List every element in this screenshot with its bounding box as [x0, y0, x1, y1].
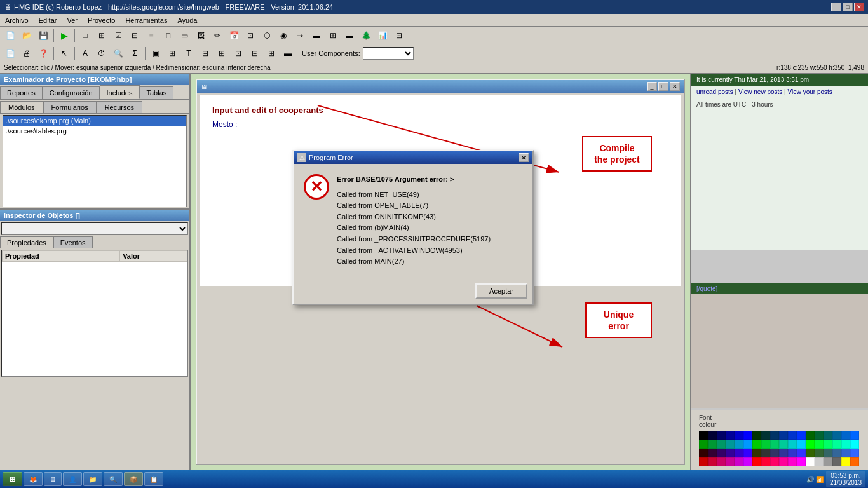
color-cell[interactable]	[779, 440, 788, 449]
color-cell[interactable]	[752, 458, 761, 466]
slider-widget[interactable]: ⊸	[292, 29, 308, 43]
statusbar-widget[interactable]: ▬	[342, 29, 357, 43]
color-cell[interactable]	[832, 449, 841, 458]
color-cell[interactable]	[761, 440, 770, 449]
file-item-tables[interactable]: .\sources\tables.prg	[3, 126, 186, 136]
label-widget[interactable]: A	[78, 46, 93, 60]
color-cell[interactable]	[699, 449, 708, 458]
color-cell[interactable]	[708, 449, 717, 458]
close-button[interactable]: ✕	[854, 3, 864, 11]
extra6-button[interactable]: ▬	[280, 46, 295, 60]
color-cell[interactable]	[815, 431, 824, 440]
color-cell[interactable]	[743, 458, 752, 466]
color-cell[interactable]	[824, 458, 832, 466]
extra1-widget[interactable]: ⊟	[391, 29, 407, 43]
color-cell[interactable]	[832, 440, 841, 449]
color-cell[interactable]	[850, 449, 859, 458]
color-cell[interactable]	[806, 431, 815, 440]
progressbar-widget[interactable]: ▬	[309, 29, 324, 43]
color-cell[interactable]	[761, 458, 770, 466]
color-cell[interactable]	[841, 458, 850, 466]
tree-widget[interactable]: 🌲	[358, 29, 374, 43]
grid-widget[interactable]: ⊟	[127, 29, 142, 43]
menu-proyecto[interactable]: Proyecto	[83, 15, 120, 25]
color-cell[interactable]	[850, 440, 859, 449]
color-cell[interactable]	[815, 440, 824, 449]
run-button[interactable]: ▶	[57, 29, 72, 43]
color-cell[interactable]	[708, 458, 717, 466]
minimize-button[interactable]: _	[831, 3, 841, 11]
align-button[interactable]: ⊞	[165, 46, 180, 60]
color-cell[interactable]	[824, 449, 832, 458]
color-cell[interactable]	[726, 458, 735, 466]
extra2-button[interactable]: ⊞	[214, 46, 229, 60]
designer-minimize[interactable]: _	[647, 82, 657, 91]
color-cell[interactable]	[708, 431, 717, 440]
color-cell[interactable]	[788, 458, 797, 466]
edit-widget[interactable]: ✏	[210, 29, 225, 43]
aceptar-button[interactable]: Aceptar	[475, 283, 527, 299]
color-cell[interactable]	[726, 449, 735, 458]
checkbox-widget[interactable]: ☑	[111, 29, 126, 43]
color-cell[interactable]	[743, 449, 752, 458]
file-list[interactable]: .\sources\ekomp.prg (Main) .\sources\tab…	[3, 115, 187, 207]
tab-formularios[interactable]: Formularios	[43, 101, 97, 113]
color-cell[interactable]	[815, 458, 824, 466]
menu-editar[interactable]: Editar	[34, 15, 62, 25]
color-cell[interactable]	[797, 449, 806, 458]
dialog-close-button[interactable]: ✕	[519, 153, 529, 162]
button-widget[interactable]: ⊞	[94, 29, 109, 43]
menu-ayuda[interactable]: Ayuda	[172, 15, 202, 25]
color-cell[interactable]	[788, 449, 797, 458]
color-cell[interactable]	[743, 431, 752, 440]
color-cell[interactable]	[841, 440, 850, 449]
magnify-button[interactable]: 🔍	[111, 46, 126, 60]
color-cell[interactable]	[806, 449, 815, 458]
color-cell[interactable]	[735, 440, 743, 449]
color-cell[interactable]	[850, 458, 859, 466]
color-cell[interactable]	[726, 431, 735, 440]
taskbar-search[interactable]: 🔍	[104, 472, 123, 486]
date-widget[interactable]: 📅	[226, 29, 241, 43]
taskbar-folder[interactable]: 📁	[83, 472, 102, 486]
tab-modulos[interactable]: Módulos	[0, 101, 43, 113]
color-cell[interactable]	[761, 449, 770, 458]
taskbar-firefox[interactable]: 🦊	[24, 472, 43, 486]
view-your-posts-link[interactable]: View your posts	[787, 88, 832, 95]
spinner-widget[interactable]: ⬡	[259, 29, 275, 43]
color-cell[interactable]	[770, 449, 779, 458]
color-cell[interactable]	[717, 458, 726, 466]
pointer-button[interactable]: ↖	[57, 46, 72, 60]
menu-ver[interactable]: Ver	[62, 15, 83, 25]
new-button[interactable]: 📄	[3, 29, 18, 43]
color-cell[interactable]	[770, 458, 779, 466]
extra4-button[interactable]: ⊟	[247, 46, 262, 60]
tab-widget[interactable]: ⊓	[160, 29, 175, 43]
color-cell[interactable]	[699, 458, 708, 466]
color-cell[interactable]	[779, 458, 788, 466]
unread-posts-link[interactable]: unread posts	[696, 88, 733, 95]
color-cell[interactable]	[752, 449, 761, 458]
color-cell[interactable]	[708, 440, 717, 449]
color-cell[interactable]	[735, 449, 743, 458]
color-cell[interactable]	[726, 440, 735, 449]
new2-button[interactable]: 📄	[3, 46, 18, 60]
color-cell[interactable]	[735, 458, 743, 466]
file-item-main[interactable]: .\sources\ekomp.prg (Main)	[3, 116, 186, 126]
print-button[interactable]: 🖨	[19, 46, 34, 60]
extra3-button[interactable]: ⊡	[231, 46, 246, 60]
color-cell[interactable]	[743, 440, 752, 449]
taskbar-hmg[interactable]: 🖥	[44, 472, 62, 486]
color-cell[interactable]	[788, 440, 797, 449]
start-button[interactable]: ⊞	[3, 472, 22, 486]
color-cell[interactable]	[770, 440, 779, 449]
tab-includes[interactable]: Includes	[100, 85, 140, 99]
tab-propiedades[interactable]: Propiedades	[0, 236, 53, 248]
color-cell[interactable]	[832, 458, 841, 466]
tab-reportes[interactable]: Reportes	[0, 86, 43, 99]
color-cell[interactable]	[717, 449, 726, 458]
color-cell[interactable]	[832, 431, 841, 440]
text-button[interactable]: T	[181, 46, 196, 60]
inspector-object-select[interactable]	[1, 222, 188, 235]
maximize-button[interactable]: □	[843, 3, 853, 11]
